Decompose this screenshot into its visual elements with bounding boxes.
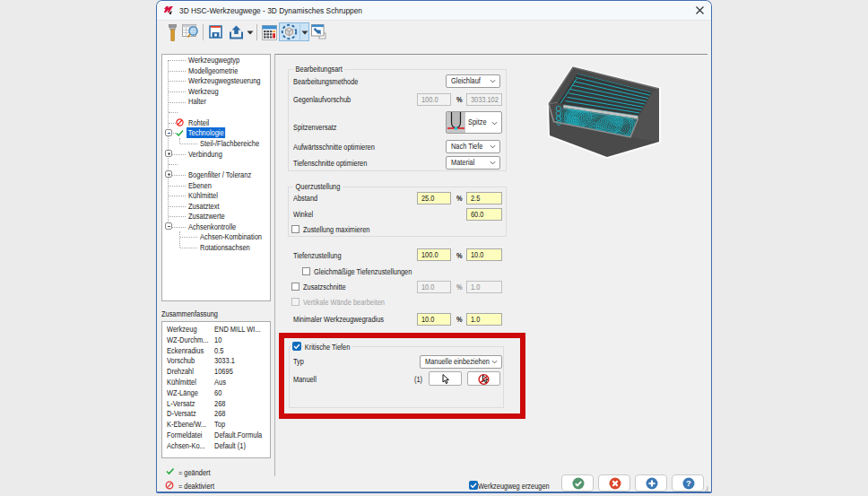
svg-text:?: ? [686,478,691,488]
